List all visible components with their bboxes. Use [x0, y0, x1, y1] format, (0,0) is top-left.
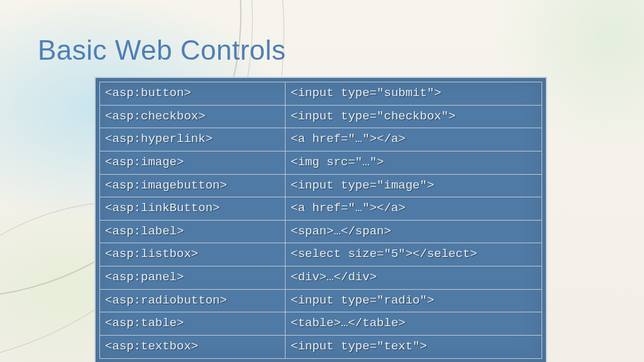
controls-table: <asp:button><input type="submit"><asp:ch…	[99, 82, 542, 359]
table-row: <asp:hyperlink><a href="…"></a>	[100, 128, 542, 151]
asp-control-cell: <asp:linkButton>	[100, 197, 286, 221]
table-row: <asp:table><table>…</table>	[100, 312, 542, 336]
table-row: <asp:panel><div>…</div>	[100, 266, 542, 290]
html-equivalent-cell: <a href="…"></a>	[286, 128, 542, 151]
html-equivalent-cell: <span>…</span>	[286, 220, 542, 243]
asp-control-cell: <asp:label>	[100, 220, 286, 243]
table-row: <asp:linkButton><a href="…"></a>	[100, 197, 542, 221]
asp-control-cell: <asp:textbox>	[100, 336, 286, 359]
html-equivalent-cell: <input type="text">	[286, 336, 542, 359]
table-row: <asp:button><input type="submit">	[100, 82, 542, 106]
html-equivalent-cell: <input type="checkbox">	[286, 105, 542, 128]
asp-control-cell: <asp:imagebutton>	[100, 174, 286, 197]
asp-control-cell: <asp:hyperlink>	[100, 128, 286, 151]
table-row: <asp:radiobutton><input type="radio">	[100, 289, 542, 312]
html-equivalent-cell: <input type="submit">	[286, 82, 542, 106]
html-equivalent-cell: <input type="image">	[286, 174, 542, 197]
asp-control-cell: <asp:image>	[100, 151, 286, 174]
html-equivalent-cell: <table>…</table>	[286, 312, 542, 336]
asp-control-cell: <asp:radiobutton>	[100, 289, 286, 312]
table-row: <asp:label><span>…</span>	[100, 220, 542, 243]
table-row: <asp:listbox><select size="5"></select>	[100, 243, 542, 266]
html-equivalent-cell: <img src="…">	[286, 151, 542, 174]
asp-control-cell: <asp:table>	[100, 312, 286, 336]
slide: Basic Web Controls <asp:button><input ty…	[0, 0, 644, 362]
asp-control-cell: <asp:listbox>	[100, 243, 286, 266]
table-row: <asp:textbox><input type="text">	[100, 336, 542, 359]
asp-control-cell: <asp:panel>	[100, 266, 286, 290]
html-equivalent-cell: <select size="5"></select>	[286, 243, 542, 266]
table-row: <asp:image><img src="…">	[100, 151, 542, 174]
html-equivalent-cell: <div>…</div>	[286, 266, 542, 290]
page-title: Basic Web Controls	[38, 35, 286, 66]
asp-control-cell: <asp:button>	[100, 82, 286, 106]
asp-control-cell: <asp:checkbox>	[100, 105, 286, 128]
controls-table-panel: <asp:button><input type="submit"><asp:ch…	[94, 77, 547, 362]
html-equivalent-cell: <a href="…"></a>	[286, 197, 542, 221]
table-row: <asp:imagebutton><input type="image">	[100, 174, 542, 197]
table-row: <asp:checkbox><input type="checkbox">	[100, 105, 542, 128]
html-equivalent-cell: <input type="radio">	[286, 289, 542, 312]
